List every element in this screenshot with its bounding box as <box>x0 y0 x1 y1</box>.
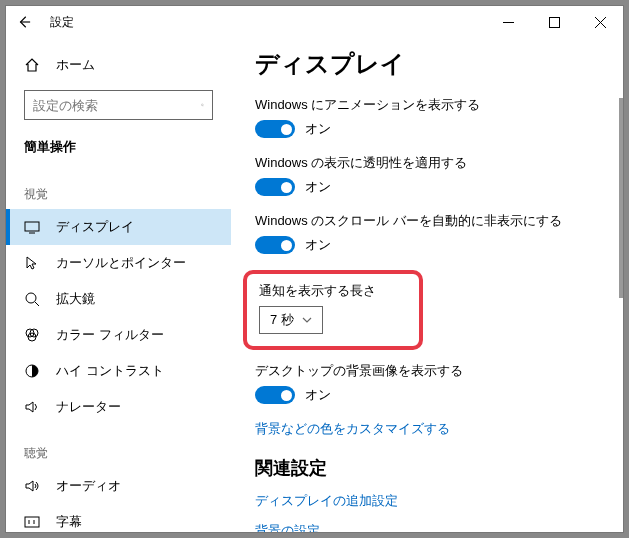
sidebar-item-label: オーディオ <box>56 477 121 495</box>
titlebar: 設定 <box>6 6 623 38</box>
search-input-wrapper[interactable] <box>24 90 213 120</box>
setting-scrollbar: Windows のスクロール バーを自動的に非表示にする オン <box>255 212 599 254</box>
sidebar-item-label: カラー フィルター <box>56 326 164 344</box>
toggle-animations[interactable] <box>255 120 295 138</box>
sidebar-item-label: ディスプレイ <box>56 218 134 236</box>
home-label: ホーム <box>56 56 95 74</box>
sidebar-item-contrast[interactable]: ハイ コントラスト <box>6 353 231 389</box>
chevron-down-icon <box>302 315 312 325</box>
search-input[interactable] <box>33 98 201 113</box>
setting-animations: Windows にアニメーションを表示する オン <box>255 96 599 138</box>
setting-transparency: Windows の表示に透明性を適用する オン <box>255 154 599 196</box>
svg-rect-8 <box>25 517 39 527</box>
toggle-state: オン <box>305 178 331 196</box>
close-button[interactable] <box>577 6 623 38</box>
settings-window: 設定 ホーム 簡単操作 視覚 <box>6 6 623 532</box>
sidebar-item-label: 拡大鏡 <box>56 290 95 308</box>
sidebar-item-label: ハイ コントラスト <box>56 362 164 380</box>
category-label: 簡単操作 <box>6 134 231 166</box>
related-link-display[interactable]: ディスプレイの追加設定 <box>255 492 599 510</box>
magnifier-icon <box>24 291 40 307</box>
contrast-icon <box>24 363 40 379</box>
svg-rect-2 <box>25 222 39 231</box>
colorfilter-icon <box>24 327 40 343</box>
sidebar: ホーム 簡単操作 視覚 ディスプレイ カーソルとポインター 拡大鏡 <box>6 38 231 532</box>
cursor-icon <box>24 255 40 271</box>
toggle-transparency[interactable] <box>255 178 295 196</box>
setting-label: Windows にアニメーションを表示する <box>255 96 599 114</box>
sidebar-item-cursor[interactable]: カーソルとポインター <box>6 245 231 281</box>
sidebar-item-label: 字幕 <box>56 513 82 531</box>
setting-label: Windows の表示に透明性を適用する <box>255 154 599 172</box>
highlight-box: 通知を表示する長さ 7 秒 <box>243 270 423 350</box>
sidebar-item-audio[interactable]: オーディオ <box>6 468 231 504</box>
minimize-button[interactable] <box>485 6 531 38</box>
setting-desktop-bg: デスクトップの背景画像を表示する オン <box>255 362 599 404</box>
toggle-desktop-bg[interactable] <box>255 386 295 404</box>
svg-point-1 <box>201 104 203 106</box>
sidebar-item-magnifier[interactable]: 拡大鏡 <box>6 281 231 317</box>
group-audio: 聴覚 <box>6 439 231 468</box>
close-icon <box>595 17 606 28</box>
customize-colors-link[interactable]: 背景などの色をカスタマイズする <box>255 420 599 438</box>
sidebar-item-narrator[interactable]: ナレーター <box>6 389 231 425</box>
maximize-icon <box>549 17 560 28</box>
setting-label: Windows のスクロール バーを自動的に非表示にする <box>255 212 599 230</box>
group-visual: 視覚 <box>6 180 231 209</box>
svg-rect-0 <box>549 17 559 27</box>
arrow-left-icon <box>17 15 31 29</box>
minimize-icon <box>503 17 514 28</box>
setting-label: デスクトップの背景画像を表示する <box>255 362 599 380</box>
sidebar-item-colorfilter[interactable]: カラー フィルター <box>6 317 231 353</box>
maximize-button[interactable] <box>531 6 577 38</box>
dropdown-value: 7 秒 <box>270 311 294 329</box>
toggle-state: オン <box>305 236 331 254</box>
captions-icon <box>24 514 40 530</box>
scrollbar-thumb[interactable] <box>619 98 623 298</box>
related-heading: 関連設定 <box>255 456 599 480</box>
narrator-icon <box>24 399 40 415</box>
sidebar-item-display[interactable]: ディスプレイ <box>6 209 231 245</box>
home-button[interactable]: ホーム <box>6 48 231 82</box>
toggle-state: オン <box>305 386 331 404</box>
audio-icon <box>24 478 40 494</box>
content-area: ディスプレイ Windows にアニメーションを表示する オン Windows … <box>231 38 623 532</box>
window-title: 設定 <box>50 14 74 31</box>
display-icon <box>24 219 40 235</box>
toggle-scrollbar[interactable] <box>255 236 295 254</box>
svg-point-3 <box>26 293 36 303</box>
sidebar-item-label: ナレーター <box>56 398 121 416</box>
back-button[interactable] <box>12 10 36 34</box>
toggle-state: オン <box>305 120 331 138</box>
page-title: ディスプレイ <box>255 48 599 80</box>
sidebar-item-captions[interactable]: 字幕 <box>6 504 231 532</box>
related-link-background[interactable]: 背景の設定 <box>255 522 599 532</box>
home-icon <box>24 57 40 73</box>
sidebar-item-label: カーソルとポインター <box>56 254 186 272</box>
search-icon <box>201 98 204 112</box>
scrollbar[interactable] <box>617 38 623 532</box>
notification-duration-dropdown[interactable]: 7 秒 <box>259 306 323 334</box>
setting-label: 通知を表示する長さ <box>259 282 407 300</box>
